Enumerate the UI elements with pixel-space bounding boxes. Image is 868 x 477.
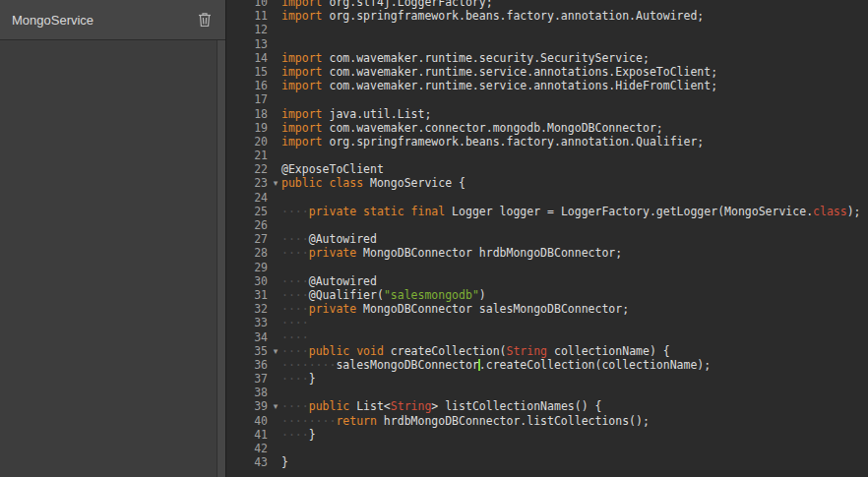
- line-number[interactable]: 36: [226, 358, 270, 372]
- line-number[interactable]: 26: [226, 218, 270, 232]
- line-number[interactable]: 12: [226, 23, 270, 36]
- code-line[interactable]: 16import com.wavemaker.runtime.service.a…: [226, 79, 868, 92]
- code-text: public class MongoService {: [281, 176, 465, 190]
- code-token-pl: .createCollection(collectionName);: [479, 358, 711, 372]
- code-line[interactable]: 21: [226, 149, 868, 162]
- sidebar-scrollbar[interactable]: [217, 40, 225, 477]
- code-editor[interactable]: 10import org.slf4j.LoggerFactory;11impor…: [226, 0, 868, 477]
- line-number[interactable]: 10: [226, 0, 270, 9]
- code-line[interactable]: 10import org.slf4j.LoggerFactory;: [226, 0, 868, 9]
- line-number[interactable]: 32: [226, 302, 270, 316]
- code-line[interactable]: 23▾public class MongoService {: [226, 176, 868, 190]
- code-line[interactable]: 40········return hrdbMongoDBConnector.li…: [226, 414, 868, 428]
- line-number[interactable]: 39: [226, 399, 270, 413]
- code-line[interactable]: 34····: [226, 330, 868, 344]
- code-line[interactable]: 24: [226, 191, 868, 205]
- line-number[interactable]: 34: [226, 330, 270, 344]
- line-number[interactable]: 27: [226, 232, 270, 246]
- code-token-pl: );: [847, 205, 861, 218]
- line-number[interactable]: 21: [226, 149, 270, 162]
- line-number[interactable]: 13: [226, 37, 270, 51]
- code-line[interactable]: 43}: [226, 455, 868, 469]
- line-number[interactable]: 23: [226, 176, 270, 190]
- code-line[interactable]: 18import java.util.List;: [226, 107, 868, 121]
- code-token-ann: @Qualifier(: [309, 288, 384, 302]
- fold-arrow-icon[interactable]: ▾: [270, 344, 281, 358]
- line-number[interactable]: 11: [226, 9, 270, 23]
- code-line[interactable]: 29: [226, 261, 868, 274]
- line-number[interactable]: 28: [226, 246, 270, 260]
- line-number[interactable]: 14: [226, 51, 270, 65]
- code-line[interactable]: 41····}: [226, 428, 868, 442]
- line-number[interactable]: 33: [226, 316, 270, 329]
- code-line[interactable]: 26: [226, 218, 868, 232]
- code-text: ····: [281, 330, 309, 344]
- code-line[interactable]: 35▾····public void createCollection(Stri…: [226, 344, 868, 358]
- line-number[interactable]: 37: [226, 372, 270, 386]
- line-number[interactable]: 17: [226, 92, 270, 106]
- line-number[interactable]: 20: [226, 135, 270, 149]
- line-number[interactable]: 30: [226, 274, 270, 288]
- code-token-pl: MongoDBConnector hrdbMongoDBConnector;: [356, 246, 622, 260]
- line-number[interactable]: 24: [226, 191, 270, 205]
- code-text: ····: [281, 316, 309, 329]
- code-token-kw: import: [281, 121, 323, 135]
- fold-arrow-icon[interactable]: ▾: [270, 399, 281, 413]
- code-token-ws: ····: [281, 399, 309, 413]
- code-line[interactable]: 20import org.springframework.beans.facto…: [226, 135, 868, 149]
- code-line[interactable]: 36········salesMongoDBConnector.createCo…: [226, 358, 868, 372]
- line-number[interactable]: 43: [226, 455, 270, 469]
- line-number[interactable]: 31: [226, 288, 270, 302]
- code-token-pl: }: [309, 372, 316, 386]
- code-token-ws: ····: [281, 232, 309, 246]
- code-line[interactable]: 15import com.wavemaker.runtime.service.a…: [226, 65, 868, 79]
- code-line[interactable]: 33····: [226, 316, 868, 329]
- code-line[interactable]: 17: [226, 92, 868, 106]
- code-line[interactable]: 39▾····public List<String> listCollectio…: [226, 399, 868, 413]
- code-token-typ: class: [813, 205, 847, 218]
- code-token-ann: @Autowired: [309, 274, 377, 288]
- code-line[interactable]: 19import com.wavemaker.connector.mongodb…: [226, 121, 868, 135]
- code-line[interactable]: 37····}: [226, 372, 868, 386]
- code-line[interactable]: 32····private MongoDBConnector salesMong…: [226, 302, 868, 316]
- code-token-ws: ····: [281, 344, 309, 358]
- line-number[interactable]: 42: [226, 442, 270, 455]
- code-line[interactable]: 27····@Autowired: [226, 232, 868, 246]
- code-token-kw: import: [281, 0, 323, 9]
- code-token-str: "salesmongodb": [384, 288, 479, 302]
- code-token-ws: ····: [281, 274, 309, 288]
- line-number[interactable]: 38: [226, 386, 270, 399]
- line-number[interactable]: 25: [226, 205, 270, 218]
- line-number[interactable]: 16: [226, 79, 270, 92]
- line-number[interactable]: 40: [226, 414, 270, 428]
- line-number[interactable]: 18: [226, 107, 270, 121]
- line-number[interactable]: 35: [226, 344, 270, 358]
- code-line[interactable]: 14import com.wavemaker.runtime.security.…: [226, 51, 868, 65]
- line-number[interactable]: 29: [226, 261, 270, 274]
- code-line[interactable]: 11import org.springframework.beans.facto…: [226, 9, 868, 23]
- sidebar-item-mongoservice[interactable]: MongoService: [0, 0, 225, 40]
- code-line[interactable]: 25····private static final Logger logger…: [226, 205, 868, 218]
- line-number[interactable]: 22: [226, 162, 270, 176]
- line-number[interactable]: 15: [226, 65, 270, 79]
- code-token-pl: salesMongoDBConnector: [336, 358, 478, 372]
- fold-arrow-icon[interactable]: ▾: [270, 176, 281, 190]
- code-area: 10import org.slf4j.LoggerFactory;11impor…: [226, 0, 868, 469]
- code-token-ws: ····: [281, 288, 309, 302]
- code-text: ········salesMongoDBConnector.createColl…: [281, 358, 711, 372]
- code-token-pl: com.wavemaker.connector.mongodb.MongoDBC…: [323, 121, 663, 135]
- code-line[interactable]: 12: [226, 23, 868, 36]
- line-number[interactable]: 19: [226, 121, 270, 135]
- code-line[interactable]: 28····private MongoDBConnector hrdbMongo…: [226, 246, 868, 260]
- line-number[interactable]: 41: [226, 428, 270, 442]
- code-line[interactable]: 31····@Qualifier("salesmongodb"): [226, 288, 868, 302]
- code-line[interactable]: 38: [226, 386, 868, 399]
- code-line[interactable]: 42: [226, 442, 868, 455]
- code-text: import java.util.List;: [281, 107, 431, 121]
- code-line[interactable]: 13: [226, 37, 868, 51]
- code-token-ws: ····: [281, 316, 309, 329]
- code-text: ····}: [281, 372, 316, 386]
- code-line[interactable]: 30····@Autowired: [226, 274, 868, 288]
- code-line[interactable]: 22@ExposeToClient: [226, 162, 868, 176]
- delete-service-button[interactable]: [198, 12, 212, 28]
